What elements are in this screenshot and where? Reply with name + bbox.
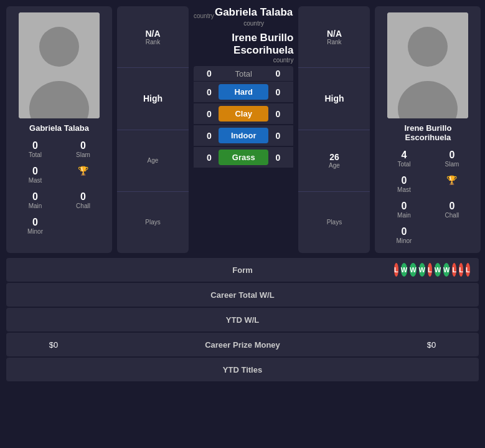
clay-row: 0 Clay 0 — [194, 103, 293, 124]
indoor-badge: Indoor — [219, 128, 268, 143]
player1-country-flag: country — [194, 12, 214, 19]
p2-name-top: Irene BurilloEscorihuela country — [232, 32, 293, 64]
bottom-section: Form LWWWLWWLLL Career Total W/L YTD W/L… — [6, 258, 479, 381]
player1-stat-main: 0 Main — [12, 189, 58, 212]
player2-stat-total: 4 Total — [381, 147, 426, 170]
total-score-row: 0 Total 0 — [194, 66, 293, 81]
player1-rank-cell: N/A Rank — [117, 6, 189, 68]
grass-badge: Grass — [219, 150, 268, 165]
comparison-section: Gabriela Talaba 0 Total 0 Slam 0 Mast 🏆 — [6, 6, 479, 253]
player2-stat-main: 0 Main — [381, 198, 426, 221]
form-badges-container: LWWWLWWLLL — [394, 263, 469, 277]
player2-header-name: Irene BurilloEscorihuela — [232, 32, 293, 57]
career-wl-label: Career Total W/L — [91, 290, 394, 300]
form-label: Form — [91, 265, 394, 275]
player2-high-cell: High — [298, 68, 370, 130]
player1-name: Gabriela Talaba — [29, 123, 89, 133]
career-prize-label: Career Prize Money — [91, 340, 394, 350]
player1-stat-chall: 0 Chall — [60, 189, 106, 212]
form-badge-w: W — [401, 263, 407, 277]
player2-header-country: country — [232, 57, 293, 64]
player2-trophy-icon-cell: 🏆 — [429, 173, 474, 196]
main-container: Gabriela Talaba 0 Total 0 Slam 0 Mast 🏆 — [0, 0, 485, 388]
player1-stat-minor: 0 Minor — [12, 214, 58, 237]
player2-stat-minor: 0 Minor — [381, 224, 426, 247]
form-badge-l: L — [459, 263, 463, 277]
player2-stats-grid: 4 Total 0 Slam 0 Mast 🏆 0 Main — [381, 147, 474, 247]
center-scores-panel: country Gabriela Talaba country Irene Bu… — [194, 6, 293, 253]
player2-rank-cell: N/A Rank — [298, 6, 370, 68]
career-wl-row: Career Total W/L — [6, 283, 479, 307]
indoor-row: 0 Indoor 0 — [194, 125, 293, 146]
form-badge-w: W — [419, 263, 425, 277]
form-badges: LWWWLWWLLL — [394, 263, 469, 277]
player1-trophy-icon-cell: 🏆 — [60, 163, 106, 186]
player2-stat-chall: 0 Chall — [429, 198, 474, 221]
player1-card: Gabriela Talaba 0 Total 0 Slam 0 Mast 🏆 — [6, 6, 112, 253]
player2-name: Irene Burillo Escorihuela — [405, 123, 452, 142]
player1-header-name-area: Gabriela Talaba country — [214, 6, 294, 28]
player1-trophy-icon: 🏆 — [78, 166, 88, 176]
player1-header-name: Gabriela Talaba — [214, 6, 294, 19]
player1-middle-panel: N/A Rank High Age Plays — [117, 6, 189, 253]
ytd-titles-label: YTD Titles — [91, 365, 394, 374]
player2-card: Irene Burillo Escorihuela 4 Total 0 Slam… — [375, 6, 481, 253]
player2-prize: $0 — [394, 340, 469, 350]
form-badge-l: L — [466, 263, 470, 277]
player1-plays-cell: Plays — [117, 192, 189, 253]
player2-plays-cell: Plays — [298, 192, 370, 253]
prize-row: $0 Career Prize Money $0 — [6, 333, 479, 356]
player1-prize: $0 — [16, 340, 91, 350]
player1-header-country: country — [214, 20, 294, 27]
hard-badge: Hard — [219, 84, 268, 100]
grass-row: 0 Grass 0 — [194, 147, 293, 168]
form-badge-l: L — [428, 263, 432, 277]
player1-stats-grid: 0 Total 0 Slam 0 Mast 🏆 0 Main — [12, 138, 106, 237]
player1-age-cell: Age — [117, 130, 189, 192]
form-badge-l: L — [394, 263, 398, 277]
surface-rows: 0 Hard 0 0 Clay 0 0 Indoor 0 0 Grass — [194, 82, 293, 168]
player1-stat-slam: 0 Slam — [60, 138, 106, 161]
form-badge-w: W — [410, 263, 416, 277]
form-badge-w: W — [435, 263, 441, 277]
player1-stat-total: 0 Total — [12, 138, 58, 161]
player2-middle-panel: N/A Rank High 26 Age Plays — [298, 6, 370, 253]
player1-high-cell: High — [117, 68, 189, 130]
form-badge-w: W — [443, 263, 450, 277]
ytd-wl-label: YTD W/L — [91, 315, 394, 325]
player1-stat-mast: 0 Mast — [12, 163, 58, 186]
clay-badge: Clay — [219, 106, 268, 122]
form-badge-l: L — [452, 263, 456, 277]
svg-point-1 — [39, 27, 79, 67]
form-row: Form LWWWLWWLLL — [6, 258, 479, 282]
player1-header-info: country — [194, 6, 214, 21]
player2-avatar — [387, 12, 468, 118]
player1-avatar — [19, 12, 100, 118]
player2-trophy-icon: 🏆 — [446, 175, 457, 185]
svg-point-4 — [408, 27, 448, 67]
hard-row: 0 Hard 0 — [194, 82, 293, 102]
player2-stat-slam: 0 Slam — [429, 147, 474, 170]
player2-stat-mast: 0 Mast — [381, 173, 426, 196]
ytd-titles-row: YTD Titles — [6, 358, 479, 381]
player2-age-cell: 26 Age — [298, 130, 370, 192]
ytd-wl-row: YTD W/L — [6, 308, 479, 331]
